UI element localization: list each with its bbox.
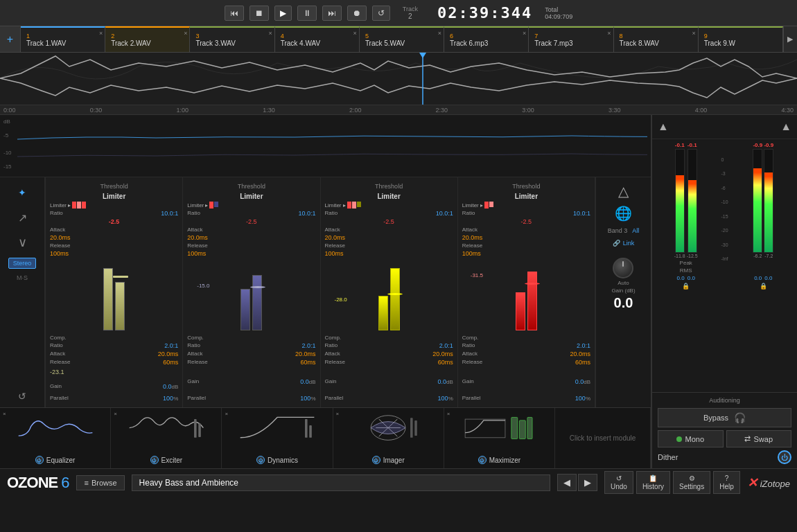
imager-power-button[interactable]: ⏻: [372, 456, 380, 464]
gain-db-label: Gain (dB): [611, 287, 635, 294]
undo-button[interactable]: ↺ Undo: [604, 471, 633, 494]
gain-knob-container: Auto Gain (dB) 0.0: [611, 258, 635, 311]
track-tab-2[interactable]: 2 Track 2.WAV ×: [105, 26, 190, 52]
db-label-minus10: -10: [3, 150, 12, 156]
bypass-button[interactable]: Bypass 🎧: [658, 408, 791, 427]
bypass-label: Bypass: [703, 414, 728, 422]
track-7-num: 7: [534, 33, 607, 39]
input-vu-lock[interactable]: 🔒: [682, 283, 690, 290]
module-insert-zone[interactable]: Click to insert module: [555, 408, 651, 468]
eq-power-button[interactable]: ⏻: [35, 456, 44, 464]
preset-prev-button[interactable]: ◀: [557, 474, 577, 491]
band-triangle-icon[interactable]: △: [618, 183, 629, 200]
track-tab-9[interactable]: 9 Track 9.W: [699, 26, 783, 52]
track-tab-4[interactable]: 4 Track 4.WAV ×: [275, 26, 360, 52]
pause-button[interactable]: ⏸: [297, 6, 317, 21]
exciter-close-button[interactable]: ×: [114, 411, 117, 417]
output-vu-lock[interactable]: 🔒: [760, 283, 767, 290]
ms-mode-button[interactable]: M·S: [17, 274, 28, 281]
maximizer-close-button[interactable]: ×: [447, 411, 450, 417]
track-3-num: 3: [195, 33, 268, 39]
preset-next-button[interactable]: ▶: [578, 474, 597, 491]
track-5-close[interactable]: ×: [438, 30, 441, 37]
waveform-overview[interactable]: 0:00 0:30 1:00 1:30 2:00 2:30 3:00 3:30 …: [0, 53, 797, 115]
history-button[interactable]: 📋 History: [636, 471, 670, 494]
bottom-actions: ↺ Undo 📋 History ⚙ Settings ? Help: [604, 471, 740, 494]
imager-module[interactable]: × ⏻ Imager: [333, 408, 444, 468]
help-button[interactable]: ? Help: [713, 471, 740, 494]
track-tab-5[interactable]: 5 Track 5.WAV ×: [360, 26, 444, 52]
transport-bar: ⏮ ⏹ ▶ ⏸ ⏭ ⏺ ↺ Track 2 02:39:344 Total 04…: [0, 0, 797, 26]
add-track-button[interactable]: +: [0, 26, 21, 52]
track-tab-3[interactable]: 3 Track 3.WAV ×: [190, 26, 274, 52]
equalizer-module[interactable]: × ⏻ Equalizer: [0, 408, 111, 468]
track-6-name: Track 6.mp3: [450, 39, 523, 47]
db-label-minus5: -5: [3, 132, 8, 139]
imager-thumbnail: [336, 412, 441, 443]
gain-knob[interactable]: [613, 258, 633, 278]
track-tab-1[interactable]: 1 Track 1.WAV ×: [21, 26, 105, 52]
output-left-vu: -0.9 -6.2: [753, 142, 762, 258]
svg-rect-9: [410, 418, 413, 437]
band-globe-icon[interactable]: 🌐: [615, 205, 632, 222]
track-8-close[interactable]: ×: [692, 30, 695, 37]
maximizer-module[interactable]: × ⏻ Maximizer: [444, 408, 555, 468]
record-button[interactable]: ⏺: [347, 6, 367, 21]
exciter-power-button[interactable]: ⏻: [150, 456, 159, 464]
maximizer-power-button[interactable]: ⏻: [478, 456, 487, 464]
envelope-tool[interactable]: ∨: [12, 233, 32, 252]
band-3-comp-marker: -28.0: [333, 296, 349, 303]
browse-button[interactable]: ≡ Browse: [76, 475, 124, 490]
undo-icon[interactable]: ↺: [18, 391, 26, 402]
svg-rect-11: [466, 419, 506, 438]
rewind-button[interactable]: ⏮: [225, 6, 244, 21]
preset-name-field[interactable]: [132, 475, 550, 491]
db-label-minus15: -15: [3, 163, 12, 170]
selection-tool[interactable]: ✦: [12, 183, 32, 202]
loudness-graph[interactable]: dB -5 -10 -15: [0, 115, 651, 177]
right-panel-collapse-up[interactable]: ▲: [658, 121, 669, 133]
track-tab-8[interactable]: 8 Track 8.WAV ×: [614, 26, 699, 52]
stereo-mode-button[interactable]: Stereo: [8, 258, 37, 269]
auditioning-label: Auditioning: [658, 397, 791, 404]
track-6-close[interactable]: ×: [523, 30, 526, 37]
track-3-name: Track 3.WAV: [195, 39, 268, 47]
swap-button[interactable]: ⇄ Swap: [726, 430, 792, 447]
input-left-bottom: 0.0: [677, 275, 685, 281]
history-icon: 📋: [649, 475, 657, 482]
track-nav-right[interactable]: ▶: [783, 26, 797, 52]
forward-button[interactable]: ⏭: [322, 6, 342, 21]
track-tab-6[interactable]: 6 Track 6.mp3 ×: [444, 26, 529, 52]
track-4-close[interactable]: ×: [353, 30, 357, 37]
track-4-name: Track 4.WAV: [281, 39, 353, 47]
mono-button[interactable]: Mono: [658, 430, 724, 447]
track-8-name: Track 8.WAV: [620, 39, 692, 47]
dynamics-power-button[interactable]: ⏻: [256, 456, 265, 464]
output-left-bar: [753, 149, 762, 253]
dynamics-close-button[interactable]: ×: [225, 411, 228, 417]
svg-rect-4: [194, 419, 197, 438]
eq-name-row: ⏻ Equalizer: [35, 456, 76, 464]
track-1-close[interactable]: ×: [99, 30, 103, 37]
eq-close-button[interactable]: ×: [3, 411, 6, 417]
track-2-close[interactable]: ×: [184, 30, 187, 37]
exciter-module[interactable]: × ⏻ Exciter: [111, 408, 222, 468]
track-3-close[interactable]: ×: [268, 30, 272, 37]
zoom-tool[interactable]: ↗: [12, 208, 32, 227]
track-tab-7[interactable]: 7 Track 7.mp3 ×: [529, 26, 613, 52]
track-7-close[interactable]: ×: [607, 30, 611, 37]
right-panel-collapse-down[interactable]: ▲: [780, 121, 791, 133]
dynamics-module[interactable]: × ⏻ Dynamics: [222, 408, 333, 468]
output-right-bottom: 0.0: [764, 275, 772, 281]
play-button[interactable]: ▶: [274, 6, 292, 21]
exciter-thumbnail: [114, 412, 218, 443]
maximizer-name-row: ⏻ Maximizer: [478, 456, 521, 464]
settings-button[interactable]: ⚙ Settings: [673, 471, 710, 494]
band-link-button[interactable]: 🔗 Link: [613, 240, 635, 247]
track-9-num: 9: [704, 33, 777, 39]
loop-button[interactable]: ↺: [372, 6, 390, 21]
dither-power-button[interactable]: ⏻: [778, 450, 791, 464]
stop-button[interactable]: ⏹: [249, 6, 269, 21]
gain-knob-auto-label: Auto: [618, 280, 629, 286]
imager-close-button[interactable]: ×: [336, 411, 340, 417]
